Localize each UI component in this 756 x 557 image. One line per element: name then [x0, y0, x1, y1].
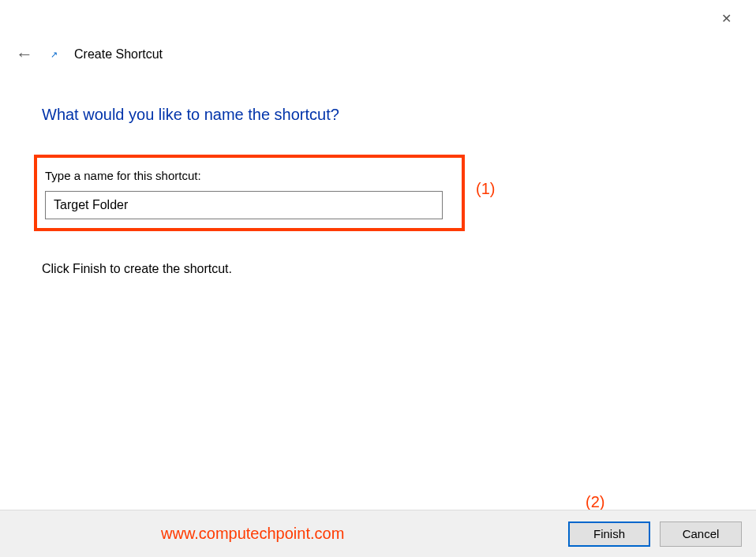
back-arrow-icon[interactable]: ←	[16, 44, 33, 65]
annotation-label-1: (1)	[476, 180, 495, 198]
name-field-label: Type a name for this shortcut:	[45, 169, 201, 182]
annotation-label-2: (2)	[586, 493, 604, 511]
finish-button[interactable]: Finish	[568, 521, 650, 547]
page-heading: What would you like to name the shortcut…	[42, 106, 339, 124]
cancel-button[interactable]: Cancel	[660, 521, 742, 547]
instruction-text: Click Finish to create the shortcut.	[42, 262, 232, 276]
dialog-header: ← ↗ Create Shortcut	[16, 44, 163, 65]
shortcut-overlay-icon: ↗	[47, 48, 60, 61]
dialog-footer: www.computechpoint.com Finish Cancel	[0, 510, 756, 557]
watermark-text: www.computechpoint.com	[161, 525, 344, 543]
close-icon[interactable]: ✕	[710, 6, 742, 30]
close-glyph: ✕	[721, 11, 732, 26]
dialog-title: Create Shortcut	[74, 47, 163, 62]
shortcut-name-input[interactable]	[45, 191, 443, 219]
